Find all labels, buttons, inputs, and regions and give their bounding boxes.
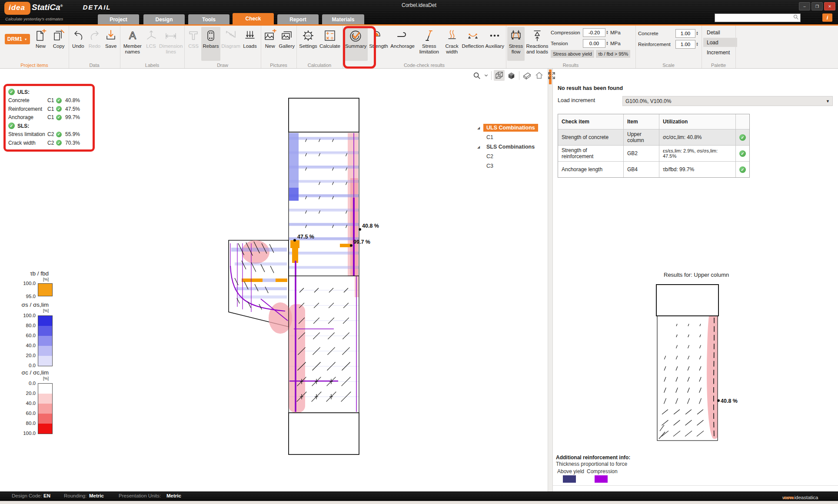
search-box[interactable] — [715, 13, 801, 22]
palette-load-button[interactable]: Load — [703, 38, 737, 47]
diagram-button: Diagram — [220, 27, 241, 61]
anchorage-utilization-label: 99.7 % — [353, 239, 370, 245]
lcs-button: LCS — [144, 27, 159, 61]
calculate-button[interactable]: +−×÷ Calculate — [319, 27, 341, 61]
reactions-icon — [531, 28, 544, 43]
stress-above-yield-toggle[interactable]: Stress above yield — [551, 50, 594, 58]
tree-item-c1[interactable]: C1 — [486, 134, 493, 140]
tab-tools[interactable]: Tools — [188, 14, 229, 24]
tab-design[interactable]: Design — [143, 14, 185, 24]
anchorage-button[interactable]: Anchorage — [389, 27, 416, 61]
clip-view-button[interactable] — [522, 70, 532, 81]
concrete-scale-input[interactable] — [675, 29, 695, 38]
load-increment-dropdown[interactable]: G100.0%, V100.0% ▼ — [622, 96, 833, 106]
compression-stepper[interactable]: ▲▼ — [606, 30, 609, 35]
stress-limitation-button[interactable]: Stress limitation — [416, 27, 442, 61]
tension-stepper[interactable]: ▲▼ — [606, 41, 609, 46]
table-header-row: Check item Item Utilization — [558, 114, 749, 129]
concrete-utilization-label: 40.8 % — [362, 223, 379, 229]
tree-item-c2[interactable]: C2 — [486, 153, 493, 159]
title-header-bar: Corbel.ideaDet – ❐ ✕ idea StatiCa® DETAI… — [0, 0, 838, 24]
summary-button[interactable]: Summary — [344, 27, 368, 61]
new-picture-button[interactable]: New — [262, 27, 278, 61]
window-title: Corbel.ideaDet — [0, 2, 838, 8]
deflection-button[interactable]: Deflection — [461, 27, 484, 61]
results-controls: Compression ▲▼ MPa Tension ▲▼ MPa Stress… — [551, 27, 630, 58]
auxiliary-button[interactable]: Auxiliary — [485, 27, 505, 61]
compression-label: Compression — [551, 30, 583, 35]
chevron-down-icon: ▼ — [826, 99, 830, 103]
compression-unit: MPa — [610, 30, 621, 35]
home-view-button[interactable] — [534, 70, 545, 81]
column-utilization-label: 40.8 % — [721, 398, 738, 404]
reinforcement-scale-stepper[interactable]: ▲▼ — [696, 42, 698, 46]
tension-input[interactable] — [583, 39, 605, 48]
new-project-item-button[interactable]: New — [32, 27, 50, 61]
pass-icon: ✓ — [56, 98, 62, 103]
crack-width-button[interactable]: Crack width — [442, 27, 461, 61]
lcs-axes-icon — [145, 28, 158, 43]
expander-icon[interactable]: ◢ — [477, 126, 483, 130]
compression-swatch — [595, 475, 608, 483]
project-item-selector[interactable]: DRM1▼ — [5, 34, 30, 44]
save-button[interactable]: Save — [103, 27, 119, 61]
tab-check[interactable]: Check — [233, 13, 274, 24]
sigma-s-scale — [38, 315, 53, 366]
copy-project-item-button[interactable]: Copy — [50, 27, 68, 61]
palette-increment-button[interactable]: Increment — [703, 48, 737, 57]
reinforcement-scale-input[interactable] — [675, 40, 695, 49]
rounding-value: Metric — [89, 493, 104, 498]
tree-item-sls-combinations[interactable]: SLS Combinations — [483, 143, 538, 151]
svg-text:×: × — [326, 35, 329, 41]
fit-view-button[interactable] — [546, 70, 557, 81]
undo-button[interactable]: Undo — [70, 27, 86, 61]
reinforcement-utilization-label: 47.5 % — [297, 234, 314, 240]
stress-flow-button[interactable]: Stress flow — [507, 27, 525, 61]
summary-row-anchorage: AnchorageC1 ✓ 99.7% — [8, 113, 90, 122]
tab-report[interactable]: Report — [277, 14, 319, 24]
tree-item-c3[interactable]: C3 — [486, 163, 493, 169]
table-row[interactable]: Strength of reinforcement GB2 εs/εs,lim:… — [558, 145, 749, 161]
settings-button[interactable]: </> Settings — [298, 27, 319, 61]
zoom-button[interactable] — [471, 70, 482, 81]
idea-logo-badge: idea — [5, 3, 30, 14]
solid-view-button[interactable] — [506, 70, 517, 81]
zoom-dropdown-arrow[interactable] — [483, 70, 489, 81]
ellipsis-icon — [488, 28, 501, 43]
palette-detail-button[interactable]: Detail — [703, 28, 737, 37]
bottom-strip — [0, 501, 838, 504]
ribbon-group-data: Undo Redo Save Data — [69, 26, 120, 68]
member-names-button[interactable]: A Member names — [121, 27, 144, 61]
loads-arrows-icon — [243, 28, 256, 43]
tab-materials[interactable]: Materials — [322, 14, 364, 24]
panel-divider-line — [553, 485, 838, 486]
upper-column-result-drawing[interactable]: 40.8 % — [652, 280, 743, 448]
compression-input[interactable] — [583, 28, 605, 37]
search-input[interactable] — [715, 15, 793, 21]
tree-item-uls-combinations[interactable]: ULS Combinations — [483, 124, 538, 132]
minimize-button[interactable]: – — [799, 2, 810, 10]
strength-button[interactable]: Strength — [368, 27, 389, 61]
info-button[interactable]: i — [822, 13, 832, 22]
concrete-scale-stepper[interactable]: ▲▼ — [696, 31, 698, 36]
wireframe-view-button[interactable] — [494, 70, 505, 81]
tab-project[interactable]: Project — [98, 14, 139, 24]
above-yield-swatch — [563, 475, 576, 483]
redo-icon — [88, 28, 101, 43]
sigma-c-scale — [38, 383, 53, 434]
save-icon — [104, 28, 117, 43]
reactions-loads-button[interactable]: Reactions and loads — [525, 27, 550, 61]
expander-icon[interactable]: ◢ — [477, 145, 483, 149]
close-button[interactable]: ✕ — [824, 2, 835, 10]
loads-button[interactable]: Loads — [241, 27, 259, 61]
statica-logo-text: StatiCa® — [32, 3, 63, 12]
combination-tree: ◢ ULS Combinations C1 ◢ SLS Combinations… — [477, 123, 547, 171]
table-row[interactable]: Strength of concrete Upper column σc/σc,… — [558, 129, 749, 145]
tb-fbd-toggle[interactable]: τb / fbd > 95% — [596, 50, 630, 58]
gallery-button[interactable]: Gallery — [278, 27, 296, 61]
panel-splitter[interactable] — [548, 69, 553, 491]
no-result-message: No result has been found — [558, 85, 623, 91]
rebars-button[interactable]: Rebars — [201, 27, 220, 61]
maximize-button[interactable]: ❐ — [811, 2, 823, 10]
table-row[interactable]: Anchorage length GB4 τb/fbd: 99.7% ✓ — [558, 161, 749, 177]
